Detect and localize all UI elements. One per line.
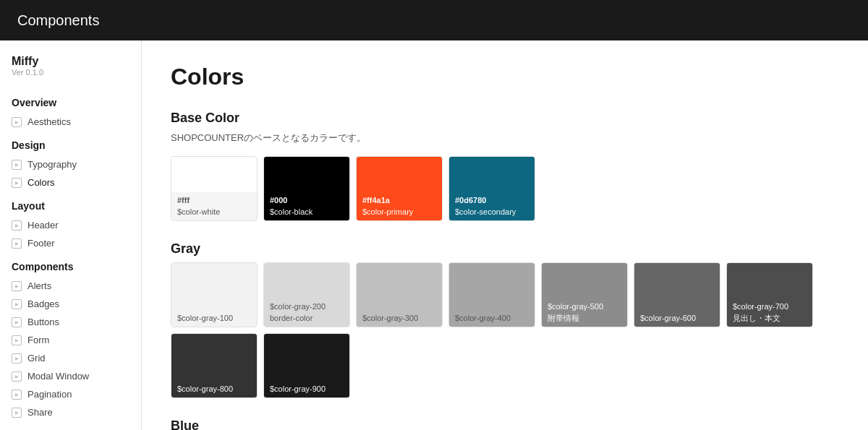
swatch-label-area: $color-gray-100: [171, 310, 257, 327]
color-swatch: $color-gray-500附帯情報: [541, 262, 628, 327]
sidebar-item-header[interactable]: Header: [0, 216, 141, 234]
swatch-name: $color-gray-300: [362, 313, 436, 324]
sidebar-section-label: Components: [0, 252, 141, 277]
color-swatch: #000$color-black: [263, 156, 350, 221]
swatch-color-area: [264, 263, 349, 298]
color-swatch: $color-gray-600: [634, 262, 720, 327]
sidebar-item-label: Header: [27, 220, 59, 231]
swatch-hex: #ff4a1a: [362, 196, 390, 205]
swatch-name: $color-black: [270, 207, 344, 218]
swatch-name: $color-gray-100: [177, 313, 251, 324]
sidebar-item-share[interactable]: Share: [0, 403, 141, 421]
sidebar-item-typography[interactable]: Typography: [0, 155, 141, 173]
swatch-label-area: $color-gray-400: [449, 310, 535, 327]
color-grid: $color-gray-100$color-gray-200border-col…: [171, 262, 839, 398]
nav-icon: [12, 117, 22, 127]
swatch-color-area: [727, 263, 812, 298]
section-desc: SHOPCOUNTERのベースとなるカラーです。: [171, 132, 839, 145]
color-section-base-color: Base ColorSHOPCOUNTERのベースとなるカラーです。#fff$c…: [171, 111, 839, 221]
swatch-label-area: $color-gray-200border-color: [264, 298, 349, 327]
swatch-color-area: [634, 263, 720, 310]
color-swatch: #0d6780$color-secondary: [448, 156, 535, 221]
section-title: Blue: [171, 418, 839, 430]
sidebar-item-label: Alerts: [27, 280, 51, 291]
sidebar-item-badges[interactable]: Badges: [0, 295, 141, 313]
swatch-name: $color-white: [177, 207, 251, 218]
sidebar-item-label: Modal Window: [27, 371, 89, 382]
sidebar-brand-version: Ver 0.1.0: [12, 68, 129, 77]
swatch-name: $color-gray-600: [640, 313, 714, 324]
sidebar-item-label: Typography: [27, 159, 77, 170]
sidebar-item-aesthetics[interactable]: Aesthetics: [0, 113, 141, 131]
color-swatch: #ff4a1a$color-primary: [356, 156, 443, 221]
body-area: Miffy Ver 0.1.0 OverviewAestheticsDesign…: [0, 40, 868, 430]
swatch-color-area: [357, 157, 442, 192]
swatch-color-area: [449, 263, 535, 310]
color-grid: #fff$color-white#000$color-black#ff4a1a$…: [171, 156, 839, 221]
swatch-name: 附帯情報: [548, 313, 621, 324]
sidebar-item-label: Grid: [27, 353, 46, 364]
swatch-color-area: [264, 334, 349, 381]
nav-icon: [12, 317, 22, 327]
color-swatch: $color-gray-400: [448, 262, 535, 327]
swatch-name: $color-gray-200: [270, 301, 344, 312]
swatch-color-area: [264, 157, 349, 192]
swatch-name: $color-gray-400: [455, 313, 529, 324]
sidebar-item-label: Share: [27, 407, 53, 418]
swatch-name: $color-gray-700: [733, 301, 807, 312]
sidebar-item-colors[interactable]: Colors: [0, 173, 141, 192]
color-swatch: #fff$color-white: [171, 156, 258, 221]
swatch-color-area: [171, 157, 257, 192]
sidebar-item-form[interactable]: Form: [0, 331, 141, 349]
sidebar-item-pagination[interactable]: Pagination: [0, 385, 141, 403]
swatch-color-area: [171, 334, 257, 381]
section-title: Gray: [171, 241, 839, 257]
nav-icon: [12, 390, 22, 400]
swatch-name: $color-primary: [362, 207, 436, 218]
nav-icon: [12, 408, 22, 418]
sidebar-brand-name: Miffy: [12, 55, 129, 68]
sidebar-item-label: Buttons: [27, 317, 59, 327]
top-bar-title: Components: [17, 12, 99, 29]
sidebar-item-label: Badges: [27, 298, 59, 309]
swatch-name: 見出し・本文: [733, 313, 807, 324]
color-swatch: $color-gray-300: [356, 262, 443, 327]
color-section-blue: Blue: [171, 418, 839, 430]
swatch-color-area: [449, 157, 535, 192]
sidebar-item-label: Footer: [27, 238, 55, 249]
sidebar-item-label: Colors: [27, 177, 55, 188]
sidebar-item-grid[interactable]: Grid: [0, 349, 141, 367]
swatch-color-area: [357, 263, 442, 310]
swatch-name: $color-gray-800: [177, 384, 251, 395]
swatch-name: $color-gray-500: [548, 301, 621, 312]
top-bar: Components: [0, 0, 868, 40]
section-title: Base Color: [171, 111, 839, 126]
color-swatch: $color-gray-100: [171, 262, 258, 327]
sidebar-item-label: Form: [27, 335, 49, 345]
nav-icon: [12, 335, 22, 345]
swatch-label-area: $color-gray-900: [264, 381, 349, 397]
swatch-label-area: $color-gray-800: [171, 381, 257, 397]
nav-icon: [12, 160, 22, 170]
sidebar-item-label: Aesthetics: [27, 116, 71, 127]
sidebar-item-alerts[interactable]: Alerts: [0, 277, 141, 295]
color-swatch: $color-gray-700見出し・本文: [726, 262, 813, 327]
swatch-label-area: $color-gray-500附帯情報: [542, 298, 627, 327]
swatch-label-area: #fff$color-white: [171, 192, 257, 220]
swatch-name: $color-gray-900: [270, 384, 344, 395]
swatch-label-area: $color-gray-600: [634, 310, 720, 327]
color-section-gray: Gray$color-gray-100$color-gray-200border…: [171, 241, 839, 398]
sidebar-item-buttons[interactable]: Buttons: [0, 313, 141, 331]
nav-icon: [12, 353, 22, 364]
color-swatch: $color-gray-200border-color: [263, 262, 350, 327]
swatch-color-area: [542, 263, 627, 298]
main-content: Colors Base ColorSHOPCOUNTERのベースとなるカラーです…: [142, 40, 868, 430]
swatch-label-area: #000$color-black: [264, 192, 349, 220]
nav-icon: [12, 220, 22, 231]
swatch-label-area: $color-gray-700見出し・本文: [727, 298, 812, 327]
page-title: Colors: [171, 64, 839, 90]
nav-icon: [12, 299, 22, 309]
sidebar-item-footer[interactable]: Footer: [0, 234, 141, 252]
sidebar-section-label: Design: [0, 131, 141, 155]
sidebar-item-modal-window[interactable]: Modal Window: [0, 367, 141, 385]
